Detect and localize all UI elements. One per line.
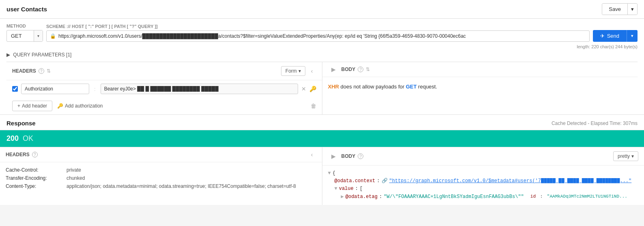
- resp-headers-info-icon[interactable]: ?: [32, 152, 38, 157]
- url-input[interactable]: https://graph.microsoft.com/v1.0/users/█…: [58, 31, 586, 41]
- response-section: Response Cache Detected - Elapsed Time: …: [0, 115, 644, 205]
- body-sort-icon[interactable]: ⇅: [366, 67, 370, 72]
- header-checkbox[interactable]: [12, 86, 18, 92]
- save-dropdown-arrow[interactable]: ▾: [627, 4, 637, 15]
- form-dropdown-icon: ▾: [298, 68, 301, 74]
- url-group: SCHEME :// HOST [ ":" PORT ] [ PATH [ "?…: [46, 24, 590, 42]
- resp-headers-title: HEADERS: [6, 152, 30, 157]
- json-etag-key: @odata.etag: [346, 193, 378, 201]
- send-icon: ✈: [600, 33, 605, 39]
- body-panel: ▶ BODY ? ⇅ XHR does not allow payloads f…: [322, 62, 638, 114]
- url-input-wrap: 🔒 https://graph.microsoft.com/v1.0/users…: [46, 30, 590, 42]
- json-context-row: @odata.context : 🔗 "https://graph.micros…: [335, 177, 639, 185]
- resp-header-row-transfer: Transfer-Encoding: chunked: [6, 175, 316, 181]
- method-label: METHOD: [6, 24, 43, 28]
- json-context-value[interactable]: "https://graph.microsoft.com/v1.0/$metad…: [389, 177, 632, 185]
- json-item-collapse[interactable]: ▶: [341, 193, 344, 201]
- resp-headers-collapse[interactable]: ‹: [308, 151, 316, 158]
- method-group: METHOD GET ▾: [6, 24, 43, 42]
- body-message: XHR does not allow payloads for GET requ…: [322, 77, 638, 96]
- resp-body-info-icon[interactable]: ?: [358, 153, 363, 159]
- save-button-group: Save ▾: [602, 3, 638, 15]
- status-bar: 200 OK: [0, 130, 644, 147]
- response-title: Response: [6, 120, 36, 127]
- json-id-inline: id : "AAMkADq3MTc2NmM2LTU1NGTiND...: [530, 193, 627, 200]
- add-header-plus-icon: +: [17, 103, 20, 109]
- request-section: METHOD GET ▾ SCHEME :// HOST [ ":" PORT …: [0, 19, 644, 115]
- json-array-open: [: [360, 185, 363, 193]
- form-button[interactable]: Form ▾: [281, 66, 305, 76]
- resp-body-title: BODY: [341, 153, 356, 159]
- resp-header-key-cache: Cache-Control:: [6, 167, 67, 173]
- send-button-group: ✈ Send ▾: [593, 30, 638, 42]
- resp-headers-panel-header: HEADERS ? ‹: [0, 147, 322, 162]
- resp-body-content: ▼ { @odata.context : 🔗 "https://graph.mi…: [322, 166, 644, 205]
- method-dropdown-arrow[interactable]: ▾: [34, 30, 43, 41]
- header-clear-icon[interactable]: ✕: [301, 86, 306, 92]
- status-code: 200: [6, 134, 19, 143]
- add-authorization-link[interactable]: 🔑 Add authorization: [57, 103, 103, 109]
- resp-body-title-group: ▶ BODY ?: [328, 153, 364, 159]
- headers-info-icon[interactable]: ?: [39, 68, 44, 74]
- headers-collapse-arrow[interactable]: ‹: [308, 68, 316, 74]
- resp-headers-content: Cache-Control: private Transfer-Encoding…: [0, 162, 322, 196]
- resp-header-val-content: application/json; odata.metadata=minimal…: [67, 183, 296, 189]
- add-header-row: + Add header 🔑 Add authorization 🗑: [6, 97, 322, 114]
- auth-key-icon: 🔑: [57, 103, 63, 109]
- json-array-content: ▶ @odata.etag : "W/\"FOAAARYAAAC+1LgNntB…: [335, 193, 639, 201]
- body-expand-arrow[interactable]: ▶: [328, 66, 339, 73]
- url-meta: length: 220 char(s) 244 byte(s): [577, 43, 638, 50]
- json-root-content: @odata.context : 🔗 "https://graph.micros…: [328, 177, 639, 201]
- external-link-icon[interactable]: 🔗: [382, 177, 388, 185]
- headers-panel-header: HEADERS ? ⇅ Form ▾ ‹: [6, 62, 322, 80]
- colon-3: :: [379, 193, 382, 201]
- resp-header-row-content: Content-Type: application/json; odata.me…: [6, 183, 316, 189]
- headers-body-split: HEADERS ? ⇅ Form ▾ ‹ :: [6, 62, 638, 114]
- body-panel-header: ▶ BODY ? ⇅: [322, 62, 638, 77]
- resp-header-row-cache: Cache-Control: private: [6, 167, 316, 173]
- get-label: GET: [406, 84, 417, 90]
- header-actions: ✕ 🔑: [301, 86, 316, 92]
- json-etag-value: "W/\"FOAAARYAAAC+1LgNntBkSYadmIguEsnFAAG…: [384, 193, 524, 201]
- resp-header-key-content: Content-Type:: [6, 183, 67, 189]
- send-label: Send: [607, 33, 619, 39]
- resp-body-panel-header: ▶ BODY ? pretty ▾: [322, 147, 644, 166]
- save-button[interactable]: Save: [602, 4, 627, 15]
- colon-2: :: [355, 185, 358, 193]
- send-dropdown-arrow[interactable]: ▾: [627, 30, 638, 42]
- header-key-icon[interactable]: 🔑: [309, 86, 316, 92]
- json-id-value-inline: "AAMkADq3MTc2NmM2LTU1NGTiND...: [547, 194, 627, 199]
- query-params-label[interactable]: QUERY PARAMETERS [1]: [13, 52, 71, 58]
- resp-body-expand-arrow[interactable]: ▶: [328, 153, 339, 159]
- send-button[interactable]: ✈ Send: [593, 30, 627, 42]
- response-body-panel: ▶ BODY ? pretty ▾ ▼ { @oda: [322, 147, 644, 205]
- headers-sort-icon[interactable]: ⇅: [47, 68, 51, 74]
- lock-icon: 🔒: [50, 33, 56, 39]
- json-value-collapse[interactable]: ▼: [335, 185, 337, 193]
- json-etag-row: ▶ @odata.etag : "W/\"FOAAARYAAAC+1LgNntB…: [341, 193, 639, 201]
- status-text: OK: [23, 134, 33, 143]
- method-select: GET ▾: [6, 30, 43, 42]
- add-header-button[interactable]: + Add header: [12, 101, 52, 111]
- header-value-input[interactable]: [101, 84, 298, 94]
- header-key-input[interactable]: [21, 84, 89, 94]
- body-message-text: does not allow payloads for: [341, 84, 406, 90]
- query-params-arrow[interactable]: ▶: [6, 52, 10, 58]
- delete-header-icon[interactable]: 🗑: [311, 103, 316, 109]
- json-root-collapse[interactable]: ▼: [328, 170, 331, 177]
- response-header: Response Cache Detected - Elapsed Time: …: [0, 115, 644, 130]
- xhr-label: XHR: [328, 84, 339, 90]
- colon-1: :: [377, 177, 380, 185]
- headers-panel-header-left: HEADERS ? ⇅: [12, 68, 51, 74]
- resp-header-val-transfer: chunked: [67, 175, 85, 181]
- resp-header-val-cache: private: [67, 167, 81, 173]
- method-value: GET: [7, 30, 34, 41]
- body-info-icon[interactable]: ?: [358, 67, 363, 72]
- pretty-dropdown-icon: ▾: [631, 153, 634, 159]
- pretty-button[interactable]: pretty ▾: [613, 151, 638, 161]
- top-bar: user Contacts Save ▾: [0, 0, 644, 19]
- add-header-label: Add header: [22, 103, 47, 109]
- headers-title: HEADERS: [12, 68, 36, 74]
- header-separator: :: [92, 86, 97, 92]
- response-panels: HEADERS ? ‹ Cache-Control: private Trans…: [0, 147, 644, 205]
